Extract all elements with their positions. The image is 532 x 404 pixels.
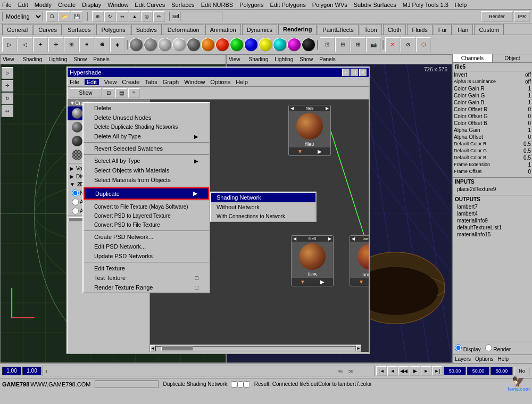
menu-edit-curves[interactable]: Edit Curves	[135, 2, 165, 8]
display-radio-label[interactable]: Display	[455, 344, 481, 352]
rv-menu-panels[interactable]: Panels	[319, 56, 336, 62]
go-end-btn[interactable]: ►|	[432, 366, 443, 376]
menu-delete-all-type[interactable]: Delete All by Type ▶	[84, 131, 209, 141]
menu-select-materials[interactable]: Select Materials from Objects	[84, 175, 209, 185]
hs-scroll-thumb-h[interactable]	[161, 347, 193, 351]
menu-edit-psd[interactable]: Edit PSD Network...	[84, 242, 209, 251]
select-icon-btn[interactable]: ▷	[2, 37, 17, 52]
render-frame-btn[interactable]: ⊞	[351, 37, 365, 52]
layers-menu-layers[interactable]: Layers	[453, 355, 473, 363]
hs-main-scrollbar-h[interactable]: ◄ ►	[150, 344, 361, 352]
output-materialinfo9[interactable]: materialInfo9	[453, 217, 532, 224]
hypershade-minimize-btn[interactable]: -	[342, 69, 350, 76]
hs-menu-file[interactable]: File	[70, 79, 79, 85]
menu-render-range[interactable]: Render Texture Range □	[84, 283, 209, 292]
tab-dynamics[interactable]: Dynamics	[242, 24, 277, 35]
hs-menu-view[interactable]: View	[104, 79, 117, 85]
tab-fluids[interactable]: Fluids	[407, 24, 432, 35]
tab-surfaces[interactable]: Surfaces	[63, 24, 95, 35]
sel-input[interactable]	[180, 12, 222, 21]
menu-delete[interactable]: Delete	[84, 103, 209, 113]
camera-btn[interactable]: 📷	[366, 37, 381, 52]
rotate-btn[interactable]: ↻	[104, 11, 116, 22]
menu-modify[interactable]: Modify	[35, 2, 52, 8]
menu-polygons[interactable]: Polygons	[239, 2, 263, 8]
object-tab[interactable]: Object	[493, 54, 532, 62]
tab-curves[interactable]: Curves	[34, 24, 62, 35]
paint-select-btn[interactable]: ✦	[33, 37, 48, 52]
menu-edit-texture[interactable]: Edit Texture	[84, 263, 209, 273]
menu-convert-psd-file[interactable]: Convert PSD to File Texture	[84, 220, 209, 229]
hs-menu-options[interactable]: Options	[210, 79, 230, 85]
rotate-tool[interactable]: ↻	[2, 93, 13, 104]
menu-help[interactable]: Help	[455, 2, 467, 8]
render-btn[interactable]: Render	[481, 11, 513, 22]
delete-icon-btn[interactable]: ✕	[385, 37, 400, 52]
menu-delete-duplicate[interactable]: Delete Duplicate Shading Networks	[84, 122, 209, 131]
tab-polygons[interactable]: Polygons	[96, 24, 130, 35]
output-materialinfo15[interactable]: materialInfo15	[453, 231, 532, 238]
color-cyan-btn[interactable]	[273, 38, 287, 52]
menu-create-psd[interactable]: Create PSD Network...	[84, 232, 209, 242]
unknown-btn-2[interactable]: ⬡	[416, 37, 431, 52]
color-orange-btn[interactable]	[201, 38, 215, 52]
move-tool[interactable]: ✛	[2, 80, 13, 92]
lv-menu-show[interactable]: Show	[73, 56, 87, 62]
new-btn[interactable]: 🗋	[46, 11, 58, 22]
tab-cloth[interactable]: Cloth	[383, 24, 406, 35]
snap-grid-btn[interactable]: ✛	[48, 37, 63, 52]
color-blue-btn[interactable]	[244, 38, 258, 52]
node-file8[interactable]: ◀ file8 ▶ file8 ▼ ▶	[288, 105, 331, 156]
node-file5-expand[interactable]: ▶	[320, 279, 325, 285]
menu-file[interactable]: File	[2, 2, 12, 8]
color-black-btn[interactable]	[302, 38, 315, 52]
tab-animation[interactable]: Animation	[205, 24, 241, 35]
menu-edit-polygons[interactable]: Edit Polygons	[270, 2, 305, 8]
menu-delete-unused[interactable]: Delete Unused Nodes	[84, 113, 209, 122]
rv-menu-lighting[interactable]: Lighting	[275, 56, 293, 62]
ipr-btn[interactable]: IPR	[514, 11, 530, 22]
open-btn[interactable]: 📂	[59, 11, 70, 22]
snap-surface-btn[interactable]: ◈	[110, 37, 125, 52]
timeline-num-2[interactable]: 50.00	[467, 367, 489, 375]
go-start-btn[interactable]: |◄	[376, 366, 387, 376]
hs-menu-graph[interactable]: Graph	[163, 79, 179, 85]
lv-menu-shading[interactable]: Shading	[23, 56, 43, 62]
hs-menu-window[interactable]: Window	[184, 79, 205, 85]
output-lambert4[interactable]: lambert4	[453, 210, 532, 217]
hs-menu-edit[interactable]: Edit	[85, 79, 99, 85]
hs-btn-list[interactable]: ▤	[115, 88, 127, 98]
menu-create[interactable]: Create	[58, 2, 76, 8]
render-all-btn[interactable]: ⊟	[335, 37, 350, 52]
rv-menu-view[interactable]: View	[229, 56, 240, 62]
lasso-icon-btn[interactable]: ◁	[18, 37, 32, 52]
node-file8-expand[interactable]: ▶	[318, 149, 322, 154]
wire-display-btn[interactable]	[172, 38, 186, 52]
status-checkbox-1[interactable]	[231, 381, 237, 387]
hypershade-maximize-btn[interactable]: □	[351, 69, 358, 76]
output-defaulttexturelist1[interactable]: defaultTextureList1	[453, 224, 532, 231]
save-btn[interactable]: 💾	[71, 11, 82, 22]
tab-fur[interactable]: Fur	[434, 24, 452, 35]
menu-subdiv[interactable]: Subdiv Surfaces	[354, 2, 396, 8]
snap-view-btn[interactable]: ❋	[95, 37, 110, 52]
node-lambert7[interactable]: ◀ lambert7 ▶ lambert7 ▼ ▶	[350, 235, 369, 286]
next-frame-btn[interactable]: ►	[421, 366, 431, 376]
timeline-end[interactable]: 1.00	[22, 367, 41, 375]
timeline-num-3[interactable]: 50.00	[491, 367, 513, 375]
medium-display-btn[interactable]	[144, 38, 157, 52]
hs-menu-create[interactable]: Create	[122, 79, 139, 85]
smooth-display-btn[interactable]	[158, 38, 172, 52]
timeline-num-1[interactable]: 50.00	[444, 367, 466, 375]
menu-display[interactable]: Display	[82, 2, 101, 8]
color-magenta-btn[interactable]	[287, 38, 301, 52]
menu-revert-swatches[interactable]: Revert Selected Swatches	[84, 144, 209, 153]
tab-general[interactable]: General	[2, 24, 32, 35]
menu-test-texture[interactable]: Test Texture □	[84, 273, 209, 283]
menu-convert-psd-layered[interactable]: Convert PSD to Layered Texture	[84, 211, 209, 220]
snap-point-btn[interactable]: ⁕	[79, 37, 94, 52]
color-green-btn[interactable]	[230, 38, 244, 52]
menu-update-psd[interactable]: Update PSD Networks	[84, 251, 209, 261]
unknown-btn-1[interactable]: ⊘	[401, 37, 415, 52]
menu-select-all-type[interactable]: Select All by Type ▶	[84, 156, 209, 166]
